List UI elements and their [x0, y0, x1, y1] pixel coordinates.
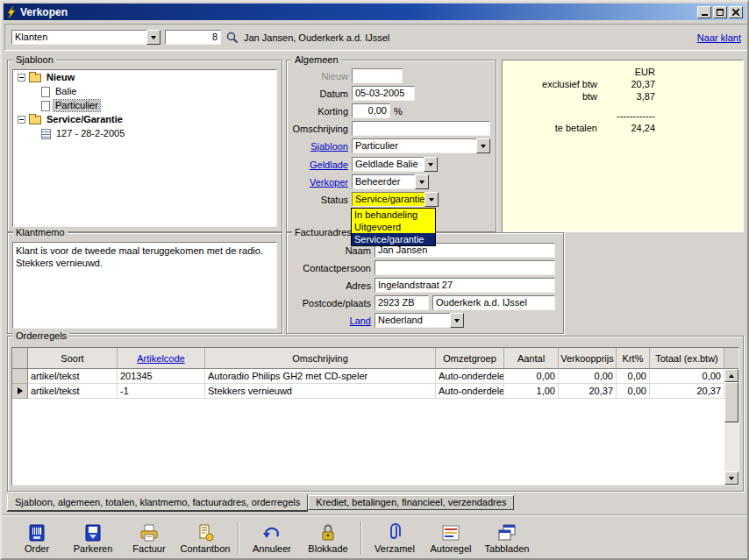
cell-verkoopprijs[interactable]: 20,37: [559, 384, 617, 399]
land-select-arrow[interactable]: [450, 313, 464, 328]
sjabloon-select-arrow[interactable]: [476, 138, 490, 153]
status-option-in-behandeling[interactable]: In behandeling: [352, 209, 435, 221]
cell-krt[interactable]: 0,00: [617, 384, 650, 399]
blokkade-button[interactable]: Blokkade: [300, 519, 356, 557]
minimize-icon: [702, 14, 708, 16]
order-button[interactable]: Order: [9, 519, 65, 557]
order-icon: [26, 523, 47, 542]
column-header-soort[interactable]: Soort: [28, 348, 118, 369]
cell-omschrijving[interactable]: Autoradio Philips GH2 met CD-speler: [205, 369, 436, 384]
chevron-down-icon: [454, 319, 460, 323]
naar-klant-link[interactable]: Naar klant: [697, 32, 741, 43]
autoregel-button[interactable]: Autoregel: [423, 519, 479, 557]
status-select[interactable]: Service/garantie: [352, 192, 439, 207]
grid-row-active[interactable]: artikel/tekst -1 Stekkers vernieuwd Auto…: [12, 384, 724, 399]
annuleer-button[interactable]: Annuleer: [244, 519, 300, 557]
postcode-field[interactable]: 2923 ZB: [374, 295, 429, 310]
scroll-up-button[interactable]: [724, 369, 738, 382]
cell-verkoopprijs[interactable]: 0,00: [559, 369, 617, 384]
parkeren-button[interactable]: Parkeren: [65, 519, 121, 557]
scroll-track[interactable]: [724, 382, 738, 471]
factuur-icon: [139, 523, 160, 542]
cell-soort[interactable]: artikel/tekst: [28, 384, 118, 399]
land-select[interactable]: Nederland: [374, 313, 464, 328]
geldlade-select[interactable]: Geldlade Balie: [352, 157, 438, 172]
cell-omzetgroep[interactable]: Auto-onderdeler: [436, 384, 504, 399]
korting-field[interactable]: 0,00: [352, 103, 390, 118]
tree-item-nieuw[interactable]: Nieuw: [13, 71, 276, 84]
cell-artikelcode[interactable]: -1: [118, 384, 205, 399]
tree-item-balie[interactable]: Balie: [13, 85, 276, 98]
document-icon: [41, 87, 50, 97]
minimize-button[interactable]: [697, 6, 711, 18]
verkoper-select-arrow[interactable]: [415, 174, 429, 189]
cell-aantal[interactable]: 1,00: [504, 384, 559, 399]
close-button[interactable]: [729, 6, 743, 18]
contactpersoon-field[interactable]: [374, 260, 555, 275]
verkoper-link[interactable]: Verkoper: [292, 177, 348, 188]
adres-field[interactable]: Ingelandstraat 27: [374, 278, 555, 293]
percent-label: %: [394, 106, 403, 117]
column-header-aantal[interactable]: Aantal: [504, 348, 559, 369]
scroll-down-button[interactable]: [724, 471, 738, 485]
grid-vertical-scrollbar[interactable]: [724, 369, 738, 485]
status-option-service-garantie[interactable]: Service/garantie: [352, 233, 435, 245]
tabbladen-button[interactable]: Tabbladen: [479, 519, 535, 557]
land-link[interactable]: Land: [292, 315, 371, 326]
verkoper-select[interactable]: Beheerder: [352, 174, 429, 189]
column-header-totaal[interactable]: Totaal (ex.btw): [650, 348, 724, 369]
cell-aantal[interactable]: 0,00: [504, 369, 559, 384]
grid-row[interactable]: artikel/tekst 201345 Autoradio Philips G…: [12, 369, 724, 384]
geldlade-link[interactable]: Geldlade: [292, 159, 348, 170]
column-header-artikelcode[interactable]: Artikelcode: [118, 348, 205, 369]
nieuw-field[interactable]: [352, 68, 403, 83]
plaats-field[interactable]: Ouderkerk a.d. IJssel: [432, 295, 555, 310]
entity-select[interactable]: Klanten: [11, 30, 160, 45]
search-icon[interactable]: [225, 31, 239, 45]
maximize-button[interactable]: [713, 6, 727, 18]
te-betalen-value: 24,24: [606, 122, 655, 134]
tab-hoofd[interactable]: Sjabloon, algemeen, totalen, klantmemo, …: [7, 494, 308, 511]
entity-select-arrow[interactable]: [146, 30, 160, 45]
klantmemo-textarea[interactable]: Klant is voor de tweede maal teruggekome…: [12, 242, 277, 329]
datum-field[interactable]: 05-03-2005: [352, 86, 415, 101]
cell-krt[interactable]: 0,00: [617, 369, 650, 384]
customer-number-input[interactable]: 8: [165, 30, 221, 45]
chevron-down-icon: [481, 145, 486, 148]
factuuradres-group: Factuuradres Naam Jan Jansen Contactpers…: [286, 232, 564, 334]
tree-item-order-127[interactable]: 127 - 28-2-2005: [13, 127, 276, 140]
grid-header-filler: [724, 348, 738, 369]
column-header-verkoopprijs[interactable]: Verkoopprijs: [559, 348, 617, 369]
verkoper-select-value: Beheerder: [352, 174, 415, 189]
cell-totaal[interactable]: 0,00: [650, 369, 724, 384]
verzamel-button[interactable]: Verzamel: [367, 519, 423, 557]
geldlade-select-arrow[interactable]: [424, 157, 438, 172]
cell-omschrijving[interactable]: Stekkers vernieuwd: [205, 384, 436, 399]
contantbon-button[interactable]: Contantbon: [177, 519, 233, 557]
tree-item-service-garantie[interactable]: Service/Garantie: [13, 113, 276, 126]
row-selector-current[interactable]: [12, 384, 28, 399]
tab-bar: Sjabloon, algemeen, totalen, klantmemo, …: [7, 494, 514, 511]
column-header-krt[interactable]: Krt%: [617, 348, 650, 369]
memo-line: Stekkers vernieuwd.: [16, 257, 274, 269]
omschrijving-field[interactable]: [352, 121, 490, 136]
tab-krediet[interactable]: Krediet, betalingen, financieel, verzend…: [308, 495, 514, 510]
sjabloon-select[interactable]: Particulier: [352, 138, 490, 153]
sjabloon-link[interactable]: Sjabloon: [292, 141, 348, 152]
collapse-icon[interactable]: [18, 116, 25, 124]
cell-totaal[interactable]: 20,37: [650, 384, 724, 399]
status-option-uitgevoerd[interactable]: Uitgevoerd: [352, 221, 435, 233]
tree-item-particulier[interactable]: Particulier: [13, 99, 276, 112]
status-select-arrow[interactable]: [424, 192, 439, 207]
column-header-omzetgroep[interactable]: Omzetgroep: [436, 348, 504, 369]
collapse-icon[interactable]: [18, 74, 25, 82]
cell-artikelcode[interactable]: 201345: [118, 369, 205, 384]
factuur-button[interactable]: Factuur: [121, 519, 177, 557]
scroll-thumb[interactable]: [724, 382, 738, 422]
cell-soort[interactable]: artikel/tekst: [28, 369, 118, 384]
contantbon-button-label: Contantbon: [181, 543, 231, 554]
cell-omzetgroep[interactable]: Auto-onderdeler: [436, 369, 504, 384]
row-selector[interactable]: [12, 369, 28, 384]
window-title: Verkopen: [20, 6, 697, 18]
column-header-omschrijving[interactable]: Omschrijving: [205, 348, 436, 369]
